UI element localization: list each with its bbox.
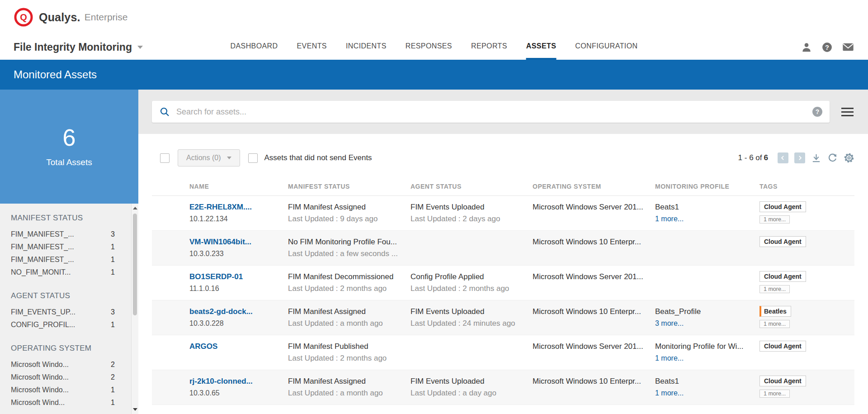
column-agent-status: AGENT STATUS [410, 183, 533, 190]
asset-name-link[interactable]: rj-2k10-clonned... [189, 376, 253, 387]
facet-item[interactable]: Microsoft Wind... 1 [11, 396, 115, 409]
scroll-down-icon[interactable] [132, 406, 138, 413]
facet-panel: MANIFEST STATUS FIM_MANIFEST_... 3 FIM_M… [0, 204, 138, 414]
facet-item[interactable]: Microsoft Windo... 2 [11, 358, 115, 371]
asset-ip: 11.1.0.16 [189, 283, 281, 294]
facet-item[interactable]: NO_FIM_MONIT... 1 [11, 266, 115, 279]
mail-icon[interactable] [842, 41, 854, 53]
tag-chip[interactable]: Cloud Agent [760, 271, 806, 282]
chevron-down-icon [137, 46, 143, 49]
settings-gear-icon[interactable] [844, 152, 854, 163]
table-row: BO1SERDP-01 11.1.0.16 FIM Manifest Decom… [152, 266, 854, 300]
facet-item[interactable]: FIM_MANIFEST_... 1 [11, 241, 115, 253]
module-selector[interactable]: File Integrity Monitoring [14, 41, 143, 53]
agent-status: FIM Events Uploaded [410, 306, 525, 318]
tag-chip[interactable]: Cloud Agent [760, 201, 806, 212]
profile-more-link[interactable]: 3 more... [655, 318, 684, 329]
manifest-updated: Last Updated : a month ago [288, 387, 403, 399]
facet-item[interactable]: FIM_EVENTS_UP... 3 [11, 306, 115, 319]
row-checkbox-cell [152, 341, 189, 364]
facet-item[interactable]: Microsoft Windo... 2 [11, 371, 115, 384]
facet-group-manifest-status: MANIFEST STATUS FIM_MANIFEST_... 3 FIM_M… [11, 214, 138, 279]
tag-more-chip[interactable]: 1 more... [760, 285, 790, 293]
table-row: beats2-gd-dock... 10.3.0.228 FIM Manifes… [152, 300, 854, 335]
svg-text:Q: Q [20, 12, 27, 22]
refresh-icon[interactable] [827, 153, 838, 163]
scrollbar-thumb[interactable] [133, 214, 137, 315]
download-icon[interactable] [811, 153, 821, 163]
facet-count: 1 [111, 268, 115, 276]
sidebar-scrollbar[interactable] [131, 204, 138, 414]
facet-title: MANIFEST STATUS [11, 214, 138, 223]
top-bar: Q Qualys. Enterprise [0, 0, 868, 34]
page-banner: Monitored Assets [0, 60, 868, 90]
row-checkbox-cell [152, 271, 189, 295]
total-assets-count: 6 [63, 126, 76, 149]
select-all-checkbox[interactable] [160, 153, 170, 163]
tab-responses[interactable]: RESPONSES [406, 34, 452, 60]
facet-item[interactable]: CONFIG_PROFIL... 1 [11, 319, 115, 331]
manifest-updated: Last Updated : a month ago [288, 318, 403, 329]
help-icon[interactable]: ? [821, 42, 833, 53]
column-manifest-status: MANIFEST STATUS [288, 183, 410, 190]
scroll-up-icon[interactable] [132, 205, 138, 212]
no-events-filter: Assets that did not send Events [248, 153, 372, 163]
facet-title: OPERATING SYSTEM [11, 344, 138, 353]
tag-more-chip[interactable]: 1 more... [760, 320, 790, 328]
operating-system: Microsoft Windows 10 Enterpr... [533, 376, 648, 387]
facet-label: CONFIG_PROFIL... [11, 321, 75, 329]
asset-name-link[interactable]: ARGOS [189, 341, 217, 352]
facet-item[interactable]: FIM_MANIFEST_... 3 [11, 228, 115, 241]
svg-text:?: ? [825, 43, 829, 51]
manifest-status: FIM Manifest Decommissioned [288, 271, 403, 283]
profile-more-link[interactable]: 1 more... [655, 387, 684, 399]
asset-name-link[interactable]: VM-WIN1064bit... [189, 236, 251, 248]
tab-configuration[interactable]: CONFIGURATION [575, 34, 637, 60]
next-page-button[interactable] [794, 152, 805, 163]
manifest-status: FIM Manifest Assigned [288, 201, 403, 213]
search-input[interactable] [176, 107, 812, 117]
total-assets-block: 6 Total Assets [0, 90, 138, 204]
facet-count: 3 [111, 230, 115, 238]
tag-chip[interactable]: Cloud Agent [760, 376, 806, 386]
table-row: E2E-RHEL8XM.... 10.1.22.134 FIM Manifest… [152, 196, 854, 231]
qualys-logo-icon: Q [14, 7, 33, 27]
prev-page-button[interactable] [778, 152, 788, 163]
facet-label: Microsoft Windo... [11, 386, 69, 394]
asset-name-link[interactable]: E2E-RHEL8XM.... [189, 201, 252, 213]
column-checkbox [152, 183, 189, 190]
table-row: rj-2k10-clonned... 10.3.0.65 FIM Manifes… [152, 370, 854, 405]
tab-events[interactable]: EVENTS [297, 34, 327, 60]
asset-ip: 10.3.0.65 [189, 387, 281, 399]
tag-chip[interactable]: Cloud Agent [760, 236, 806, 247]
asset-ip: 10.3.0.228 [189, 318, 281, 329]
facet-title: AGENT STATUS [11, 291, 138, 300]
tag-chip[interactable]: Beatles [760, 306, 791, 317]
tab-assets[interactable]: ASSETS [526, 34, 556, 60]
tag-more-chip[interactable]: 1 more... [760, 215, 790, 224]
tag-chip[interactable]: Cloud Agent [760, 341, 806, 352]
row-checkbox-cell [152, 376, 189, 399]
asset-name-link[interactable]: BO1SERDP-01 [189, 271, 243, 283]
tag-more-chip[interactable]: 1 more... [760, 390, 790, 398]
user-icon[interactable] [801, 41, 812, 53]
monitoring-profile: Beats1 [655, 201, 752, 213]
tab-dashboard[interactable]: DASHBOARD [231, 34, 278, 60]
assets-table: NAME MANIFEST STATUS AGENT STATUS OPERAT… [138, 167, 868, 405]
no-events-checkbox[interactable] [248, 153, 258, 163]
profile-more-link[interactable]: 1 more... [655, 352, 684, 364]
facet-label: Microsoft Windo... [11, 373, 69, 381]
asset-name-link[interactable]: beats2-gd-dock... [189, 306, 253, 318]
menu-icon[interactable] [840, 106, 854, 118]
no-events-label: Assets that did not send Events [264, 153, 372, 162]
actions-button[interactable]: Actions (0) [178, 149, 240, 167]
search-bar: ? [152, 101, 830, 123]
tab-reports[interactable]: REPORTS [471, 34, 507, 60]
facet-label: NO_FIM_MONIT... [11, 268, 71, 276]
facet-item[interactable]: FIM_MANIFEST_... 1 [11, 253, 115, 266]
profile-more-link[interactable]: 1 more... [655, 213, 684, 225]
facet-item[interactable]: Microsoft Windo... 1 [11, 384, 115, 396]
search-help-icon[interactable]: ? [812, 107, 822, 117]
manifest-updated: Last Updated : 9 days ago [288, 213, 403, 225]
tab-incidents[interactable]: INCIDENTS [346, 34, 387, 60]
